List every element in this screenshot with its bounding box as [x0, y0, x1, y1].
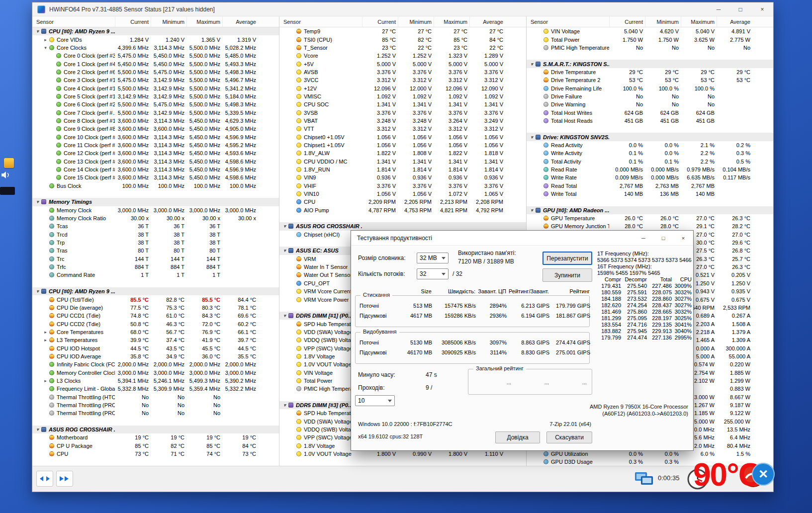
sensor-row[interactable]: PMIC High TemperatureNoNoNoNo	[527, 44, 773, 52]
collapse-icon[interactable]: ▾	[34, 289, 41, 294]
collapse-icon[interactable]: ▾	[281, 403, 288, 408]
column-header-average[interactable]: Average	[469, 16, 505, 27]
sensor-row[interactable]: Core 14 Clock (perf #...3,600.0 MHz3,114…	[32, 166, 279, 173]
sensor-row[interactable]: ▸Core Temperatures68.0 °C56.7 °C76.9 °C6…	[32, 328, 279, 336]
sensor-row[interactable]: ▾Core Clocks4,399.6 MHz3,114.3 MHz5,500.…	[32, 44, 279, 52]
sensor-row[interactable]: Total Host Reads451 GB451 GB451 GB	[527, 117, 773, 125]
sensor-row[interactable]: Memory Clock Ratio30.00 x30.00 x30.00 x3…	[32, 214, 279, 222]
collapse-icon[interactable]: ▾	[281, 313, 288, 318]
sensor-row[interactable]: Vcore1.252 V1.252 V1.323 V1.289 V	[279, 52, 526, 60]
sensor-row[interactable]: Drive WarningNoNoNo	[527, 100, 773, 108]
sensor-row[interactable]: Tcas36 T36 T36 T	[32, 222, 279, 230]
sensor-row[interactable]: ▸Core VIDs1.284 V1.240 V1.365 V1.319 V	[32, 35, 279, 43]
sensor-row[interactable]: CPU SOC1.341 V1.341 V1.341 V1.341 V	[279, 100, 526, 108]
sensor-group-row[interactable]: ▾Memory Timings	[32, 198, 279, 206]
overlay-close-button[interactable]: ✕	[752, 463, 775, 486]
sensor-row[interactable]: Core 7 Clock (perf #...5,500.0 MHz3,142.…	[32, 108, 279, 116]
sensor-row[interactable]: Core 15 Clock (perf #...3,600.0 MHz3,114…	[32, 173, 279, 181]
column-header-minimum[interactable]: Minimum	[645, 16, 681, 27]
expand-icon[interactable]: ▸	[42, 37, 49, 42]
sensor-row[interactable]: Core 8 Clock (perf #1...3,600.0 MHz3,114…	[32, 117, 279, 125]
sensor-row[interactable]: VHIF3.376 V3.376 V3.376 V3.376 V	[279, 182, 526, 190]
sensor-row[interactable]: Read Rate0.000 MB/s0.000 MB/s0.979 MB/s0…	[527, 166, 773, 173]
sensor-row[interactable]: Thermal Throttling (PRO...NoNoNo	[32, 409, 279, 417]
minimize-icon[interactable]: ─	[708, 2, 729, 16]
stop-button[interactable]: Зупинити	[542, 268, 592, 282]
sensor-row[interactable]: Chipset0 +1.05V1.056 V1.056 V1.056 V1.05…	[279, 133, 526, 141]
sensor-row[interactable]: Core 1 Clock (perf #4...5,450.0 MHz5,450…	[32, 60, 279, 68]
sensor-group-row[interactable]: ▾CPU [#0]: AMD Ryzen 9 ...	[32, 287, 279, 295]
sensor-row[interactable]: VIN Voltage5.040 V4.620 V5.040 V4.891 V	[527, 27, 773, 35]
sensor-row[interactable]: T_Sensor23 °C22 °C23 °C22 °C	[279, 44, 526, 52]
sensor-row[interactable]: Core 9 Clock (perf #8...3,600.0 MHz3,600…	[32, 125, 279, 133]
expand-icon[interactable]: ▸	[42, 378, 49, 383]
sensor-row[interactable]: Core 5 Clock (perf #1...3,142.9 MHz3,142…	[32, 92, 279, 100]
volume-icon[interactable]	[1, 171, 12, 179]
collapse-icon[interactable]: ▾	[42, 45, 49, 50]
sensor-row[interactable]: Drive Remaining Life100.0 %100.0 %100.0 …	[527, 84, 773, 92]
sensor-row[interactable]: Total Activity0.1 %0.1 %2.2 %0.5 %	[527, 158, 773, 166]
sensor-row[interactable]: GPU Memory Junction Te...28.0 °C28.0 °C2…	[527, 222, 773, 230]
sensor-row[interactable]: VIN101.056 V1.056 V1.072 V1.065 V	[279, 190, 526, 198]
dialog-close-icon[interactable]: ×	[673, 231, 693, 245]
sensor-row[interactable]: Core 10 Clock (perf #...3,600.0 MHz3,114…	[32, 133, 279, 141]
sensor-group-row[interactable]: ▾CPU [#0]: AMD Ryzen 9 ...	[32, 27, 279, 35]
sensor-row[interactable]: Core 13 Clock (perf #...3,600.0 MHz3,114…	[32, 158, 279, 166]
expand-icon[interactable]: ▸	[42, 338, 49, 342]
dialog-maximize-icon[interactable]: □	[653, 231, 673, 245]
help-button[interactable]: Довідка	[495, 431, 540, 443]
sensor-row[interactable]: CPU (Tctl/Tdie)85.5 °C82.8 °C85.5 °C84.4…	[32, 295, 279, 303]
sensor-row[interactable]: CPU IOD Average35.8 °C34.9 °C36.0 °C35.5…	[32, 352, 279, 360]
sensor-row[interactable]: ▸L3 Clocks5,394.1 MHz5,246.1 MHz5,499.3 …	[32, 377, 279, 385]
collapse-icon[interactable]: ▾	[34, 427, 41, 432]
sensor-group-row[interactable]: ▾S.M.A.R.T.: KINGSTON S...	[527, 60, 773, 68]
sensor-row[interactable]: 1.8V_ALW1.822 V1.808 V1.822 V1.818 V	[279, 149, 526, 157]
sensor-row[interactable]: Trc144 T144 T144 T	[32, 255, 279, 263]
sensor-row[interactable]: Memory Clock3,000.0 MHz3,000.0 MHz3,000.…	[32, 206, 279, 214]
sensor-row[interactable]: VIN90.936 V0.936 V0.936 V0.936 V	[279, 173, 526, 181]
sensor-row[interactable]: 1.8V_RUN1.814 V1.814 V1.814 V1.814 V	[279, 166, 526, 173]
sensor-row[interactable]: Core 4 Clock (perf #1...5,500.0 MHz3,142…	[32, 84, 279, 92]
threads-select[interactable]: 32	[417, 268, 449, 279]
collapse-icon[interactable]: ▾	[529, 62, 535, 67]
desktop-widget[interactable]	[0, 187, 15, 195]
sensor-row[interactable]: Total Host Writes624 GB624 GB624 GB	[527, 108, 773, 116]
sensor-row[interactable]: Drive Temperature29 °C29 °C29 °C29 °C	[527, 68, 773, 76]
maximize-icon[interactable]: □	[729, 2, 751, 16]
dialog-minimize-icon[interactable]: ─	[633, 231, 653, 245]
restart-button[interactable]: Перезапустити	[542, 252, 592, 265]
sensor-group-row[interactable]: ▾GPU [#0]: AMD Radeon ...	[527, 206, 773, 214]
sensor-row[interactable]: Drive Temperature 253 °C53 °C53 °C53 °C	[527, 76, 773, 84]
sensor-row[interactable]: GPU Temperature26.0 °C26.0 °C27.0 °C26.3…	[527, 214, 773, 222]
dictionary-size-select[interactable]: 32 MB	[417, 253, 449, 263]
sensor-row[interactable]: Core 12 Clock (perf #...3,600.0 MHz3,114…	[32, 149, 279, 157]
sensor-row[interactable]: Trcd38 T38 T38 T	[32, 231, 279, 239]
remote-monitor-icon[interactable]	[634, 470, 654, 487]
passes-select[interactable]: 10	[355, 395, 395, 406]
sensor-row[interactable]: AVSB3.376 V3.376 V3.376 V3.376 V	[279, 68, 526, 76]
sensor-row[interactable]: CPU IOD Hotspot44.5 °C43.5 °C45.5 °C44.5…	[32, 344, 279, 352]
sensor-row[interactable]: Command Rate1 T1 T1 T	[32, 271, 279, 279]
sensor-row[interactable]: CPU VDDIO / MC1.341 V1.341 V1.341 V1.341…	[279, 158, 526, 166]
collapse-icon[interactable]: ▾	[529, 135, 535, 140]
sensor-row[interactable]: ▸L3 Temperatures39.9 °C37.4 °C41.9 °C39.…	[32, 336, 279, 344]
sensor-row[interactable]: Chipset1 +1.05V1.056 V1.056 V1.056 V1.05…	[279, 141, 526, 149]
sensor-row[interactable]: Read Activity0.0 %0.0 %2.1 %0.2 %	[527, 141, 773, 149]
sensor-row[interactable]: Core 11 Clock (perf #...3,600.0 MHz3,114…	[32, 141, 279, 149]
collapse-icon[interactable]: ▾	[281, 224, 288, 229]
column-header-sensor[interactable]: Sensor	[527, 16, 609, 27]
sensor-row[interactable]: CP U Package85 °C82 °C85 °C84 °C	[32, 442, 279, 450]
column-header-minimum[interactable]: Minimum	[151, 16, 186, 27]
sensor-row[interactable]: CPU73 °C71 °C74 °C73 °C	[32, 450, 279, 458]
collapse-icon[interactable]: ▾	[34, 29, 41, 34]
sensor-row[interactable]: Frequency Limit - Global5,332.8 MHz5,309…	[32, 385, 279, 393]
sensor-row[interactable]: +5V5.000 V5.000 V5.000 V5.000 V	[279, 60, 526, 68]
column-header-maximum[interactable]: Maximum	[434, 16, 469, 27]
sensor-group-row[interactable]: ▾ASUS ROG CROSSHAIR ...	[279, 222, 526, 230]
sensor-row[interactable]: +12V12.096 V12.000 V12.096 V12.090 V	[279, 84, 526, 92]
sensor-row[interactable]: VBAT3.248 V3.248 V3.264 V3.249 V	[279, 117, 526, 125]
desktop-icon[interactable]	[4, 158, 14, 168]
sensor-row[interactable]: Total Power1.750 W1.750 W3.625 W2.775 W	[527, 35, 773, 43]
sensor-row[interactable]: CPU2,209 RPM2,205 RPM2,213 RPM2,208 RPM	[279, 198, 526, 206]
sensor-row[interactable]: Core 0 Clock (perf #3...5,475.0 MHz5,450…	[32, 52, 279, 60]
